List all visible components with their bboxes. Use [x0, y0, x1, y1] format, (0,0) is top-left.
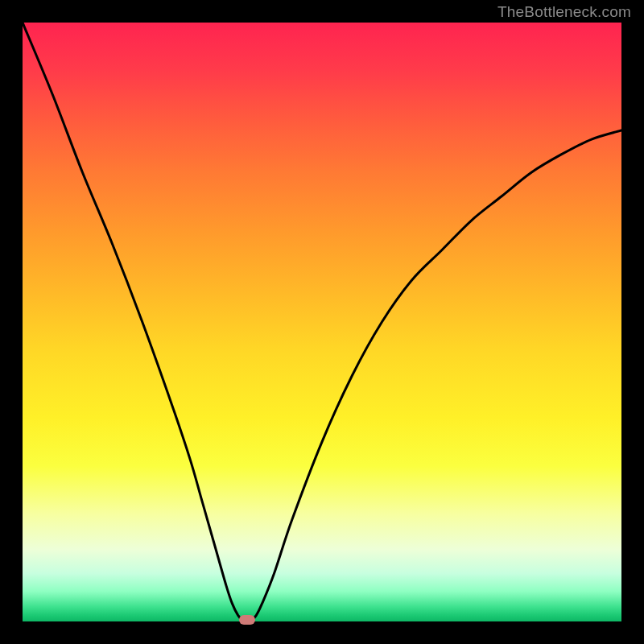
- watermark-text: TheBottleneck.com: [497, 3, 631, 21]
- chart-frame: TheBottleneck.com: [0, 0, 644, 644]
- optimal-point-marker: [239, 615, 255, 625]
- bottleneck-curve: [23, 23, 621, 621]
- curve-svg: [23, 23, 621, 621]
- plot-area: [23, 23, 621, 621]
